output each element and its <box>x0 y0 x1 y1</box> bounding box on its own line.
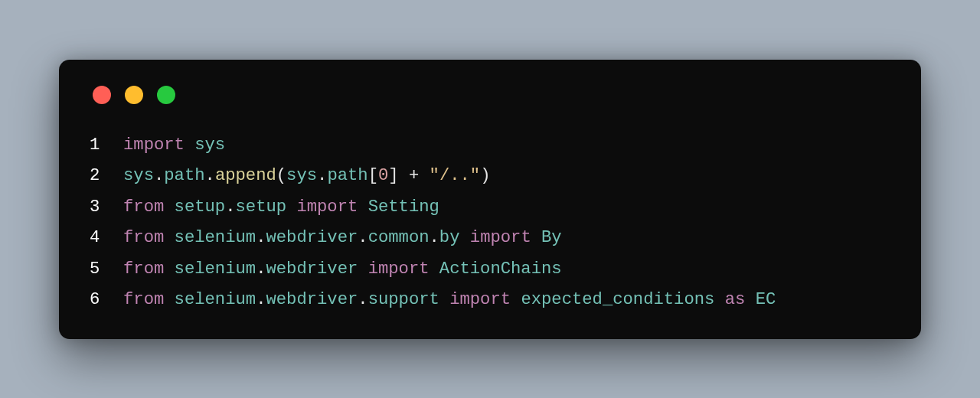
token-mod: expected_conditions <box>521 290 714 309</box>
token-kw: from <box>123 228 164 247</box>
token-pun: ] <box>388 166 398 185</box>
token-pun <box>358 197 368 217</box>
token-pun: . <box>430 228 439 247</box>
code-content: from selenium.webdriver.common.by import… <box>123 223 562 254</box>
token-pun: . <box>205 166 215 185</box>
code-line: 4from selenium.webdriver.common.by impor… <box>90 223 890 254</box>
token-mod: webdriver <box>266 290 358 309</box>
token-pun: . <box>225 197 235 217</box>
token-pun <box>459 228 469 247</box>
token-mod: setup <box>236 197 287 217</box>
close-icon[interactable] <box>93 86 111 104</box>
token-mod: support <box>368 290 439 309</box>
token-mod: webdriver <box>266 228 358 247</box>
code-content: import sys <box>123 130 225 161</box>
token-mod: ActionChains <box>439 259 562 279</box>
token-mod: selenium <box>175 290 256 309</box>
token-mod: by <box>439 228 460 247</box>
token-pun <box>164 197 174 217</box>
minimize-icon[interactable] <box>125 86 143 104</box>
token-str: "/.." <box>430 166 481 185</box>
token-pun <box>358 259 368 279</box>
token-fn: append <box>215 166 276 185</box>
token-mod: sys <box>286 166 317 185</box>
token-mod: path <box>164 166 204 185</box>
window-controls <box>93 86 890 104</box>
token-kw: as <box>725 290 746 309</box>
token-pun: . <box>256 290 266 309</box>
token-mod: sys <box>194 135 225 155</box>
code-block: 1import sys2sys.path.append(sys.path[0] … <box>90 130 890 316</box>
token-kw: import <box>368 259 430 279</box>
token-mod: selenium <box>175 228 256 247</box>
token-pun <box>164 228 174 247</box>
token-mod: webdriver <box>266 259 358 279</box>
token-pun <box>430 259 439 279</box>
token-mod: Setting <box>368 197 439 217</box>
token-kw: from <box>123 197 164 217</box>
token-kw: from <box>123 259 164 279</box>
token-num: 0 <box>378 166 388 185</box>
token-pun: ( <box>276 166 286 185</box>
code-line: 6from selenium.webdriver.support import … <box>90 285 890 316</box>
code-window: 1import sys2sys.path.append(sys.path[0] … <box>59 60 921 339</box>
token-mod: setup <box>175 197 226 217</box>
token-mod: common <box>368 228 430 247</box>
line-number: 4 <box>90 223 123 254</box>
token-pun <box>745 290 755 309</box>
token-pun <box>714 290 724 309</box>
code-line: 3from setup.setup import Setting <box>90 192 890 223</box>
token-mod: selenium <box>175 259 256 279</box>
token-pun: . <box>256 228 266 247</box>
token-pun: . <box>317 166 327 185</box>
code-line: 2sys.path.append(sys.path[0] + "/..") <box>90 161 890 192</box>
token-pun <box>286 197 296 217</box>
zoom-icon[interactable] <box>157 86 175 104</box>
token-mod: By <box>541 228 562 247</box>
code-line: 1import sys <box>90 130 890 161</box>
token-pun: ) <box>480 166 490 185</box>
token-pun: . <box>358 228 368 247</box>
code-content: from selenium.webdriver.support import e… <box>123 285 776 316</box>
token-pun <box>531 228 541 247</box>
token-mod: EC <box>756 290 776 309</box>
code-content: from setup.setup import Setting <box>123 192 439 223</box>
token-pun <box>164 290 174 309</box>
token-kw: import <box>449 290 511 309</box>
token-pun: . <box>154 166 164 185</box>
code-line: 5from selenium.webdriver import ActionCh… <box>90 254 890 285</box>
token-mod: path <box>327 166 368 185</box>
code-content: sys.path.append(sys.path[0] + "/..") <box>123 161 490 192</box>
token-pun: [ <box>368 166 378 185</box>
line-number: 2 <box>90 161 123 192</box>
token-kw: import <box>123 135 185 155</box>
token-kw: import <box>470 228 531 247</box>
line-number: 1 <box>90 130 123 161</box>
line-number: 3 <box>90 192 123 223</box>
line-number: 6 <box>90 285 123 316</box>
token-pun <box>439 290 449 309</box>
token-pun <box>164 259 174 279</box>
line-number: 5 <box>90 254 123 285</box>
code-content: from selenium.webdriver import ActionCha… <box>123 254 562 285</box>
token-pun: . <box>256 259 266 279</box>
token-kw: from <box>123 290 164 309</box>
token-pun <box>511 290 521 309</box>
token-pun <box>185 135 194 155</box>
token-pun: + <box>399 166 430 185</box>
token-pun: . <box>358 290 368 309</box>
token-kw: import <box>296 197 358 217</box>
token-mod: sys <box>123 166 154 185</box>
